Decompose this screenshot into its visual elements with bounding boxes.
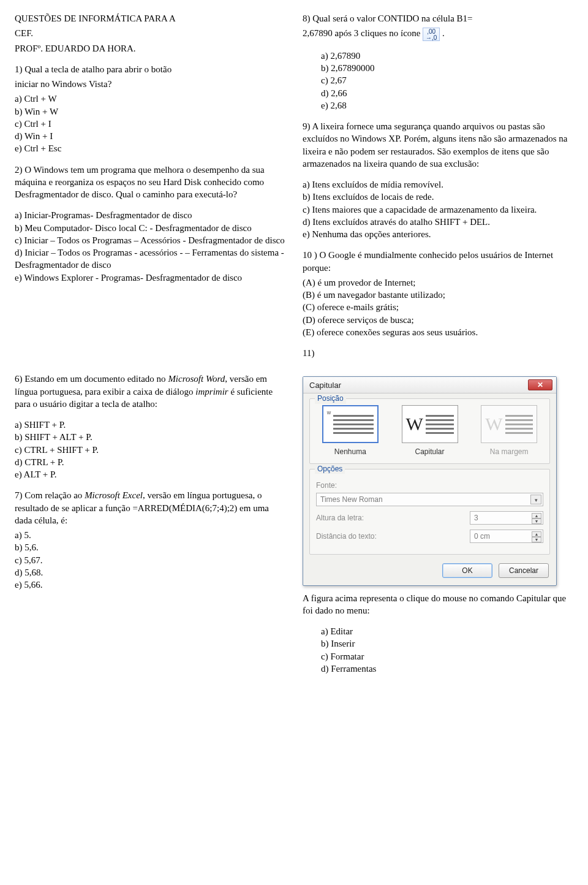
icon-bot-text: →,0	[426, 34, 437, 41]
q1-e: e) Ctrl + Esc	[15, 142, 285, 154]
doc-title-l2: CEF.	[15, 27, 285, 39]
q10-d: (D) oferece serviços de busca;	[303, 314, 573, 326]
doc-title-l1: QUESTÕES DE INFORMÁTICA PARA A	[15, 12, 285, 25]
pos-cap-label: Capitular	[396, 447, 464, 457]
spin-down-icon[interactable]: ▼	[532, 518, 541, 524]
q11-b: b) Inserir	[321, 637, 573, 650]
q7-d: d) 5,68.	[15, 566, 285, 579]
q6-stem-i1: Microsoft Word	[168, 374, 225, 384]
q8-stem-l1: 8) Qual será o valor CONTIDO na célula B…	[303, 12, 573, 25]
q8-stem-l2b: .	[442, 28, 445, 38]
q11-after-text: A figura acima representa o clique do mo…	[303, 592, 573, 617]
q6-stem: 6) Estando em um documento editado no Mi…	[15, 373, 285, 410]
q9-d: d) Itens excluídos através do atalho SHI…	[303, 216, 573, 228]
font-value: Times New Roman	[320, 495, 383, 504]
q9-c: c) Itens maiores que a capacidade de arm…	[303, 203, 573, 216]
increase-decimal-icon: ,00 →,0	[423, 28, 440, 41]
q8-b: b) 2,67890000	[321, 62, 573, 74]
capitular-w-icon: W	[406, 415, 423, 433]
dialog-titlebar: Capitular ✕	[303, 377, 556, 393]
q6-b: b) SHIFT + ALT + P.	[15, 431, 285, 443]
q7-e: e) 5,66.	[15, 579, 285, 591]
q8-e: e) 2,68	[321, 99, 573, 112]
pos-option-capitular[interactable]: W Capitular	[396, 405, 464, 457]
height-label: Altura da letra:	[316, 513, 470, 523]
q2-d: d) Iniciar – Todos os Programas - acessó…	[15, 246, 285, 272]
distance-label: Distância do texto:	[316, 531, 470, 541]
font-label: Fonte:	[316, 480, 543, 490]
q1-stem-l1: 1) Qual a tecla de atalho para abrir o b…	[15, 63, 285, 75]
q1-b: b) Win + W	[15, 105, 285, 118]
pos-option-margin[interactable]: W Na margem	[475, 405, 543, 457]
q8-c: c) 2,67	[321, 74, 573, 86]
dialog-title: Capitular	[309, 380, 341, 391]
q6-stem-i2: imprimir	[195, 387, 228, 397]
q6-c: c) CTRL + SHIFT + P.	[15, 444, 285, 456]
q9-e: e) Nenhuma das opções anteriores.	[303, 228, 573, 240]
q8-stem-l2: 2,67890 após 3 cliques no ícone ,00 →,0 …	[303, 27, 573, 41]
cancel-button[interactable]: Cancelar	[499, 563, 549, 578]
q6-stem-a: 6) Estando em um documento editado no	[15, 374, 168, 384]
q2-b: b) Meu Computador- Disco local C: - Desf…	[15, 222, 285, 234]
q2-stem: 2) O Windows tem um programa que melhora…	[15, 164, 285, 201]
margin-w-icon: W	[485, 415, 502, 433]
group-opcoes-label: Opções	[315, 464, 345, 474]
q1-a: a) Ctrl + W	[15, 93, 285, 105]
pos-none-label: Nenhuma	[316, 447, 385, 457]
distance-value: 0 cm	[474, 531, 490, 541]
q2-a: a) Iniciar-Programas- Desfragmentador de…	[15, 209, 285, 221]
font-select[interactable]: Times New Roman ▾	[316, 493, 543, 506]
spin-up-icon[interactable]: ▲	[532, 531, 541, 537]
q6-options: a) SHIFT + P. b) SHIFT + ALT + P. c) CTR…	[15, 419, 285, 480]
q10-options: (A) é um provedor de Internet; (B) é um …	[303, 276, 573, 338]
q1-stem-l2: iniciar no Windows Vista?	[15, 78, 285, 90]
q11-options: a) Editar b) Inserir c) Formatar d) Ferr…	[303, 625, 573, 675]
q1-c: c) Ctrl + I	[15, 118, 285, 130]
close-icon[interactable]: ✕	[528, 379, 552, 390]
chevron-down-icon[interactable]: ▾	[530, 495, 541, 504]
q8-stem-l2a: 2,67890 após 3 cliques no ícone	[303, 28, 423, 38]
height-stepper[interactable]: 3 ▲▼	[470, 511, 543, 525]
ok-button[interactable]: OK	[442, 563, 492, 578]
q6-a: a) SHIFT + P.	[15, 419, 285, 431]
q7-c: c) 5,67.	[15, 554, 285, 566]
q8-options: a) 2,67890 b) 2,67890000 c) 2,67 d) 2,66…	[303, 50, 573, 112]
q1-d: d) Win + I	[15, 130, 285, 142]
q7-stem-a: 7) Com relação ao	[15, 490, 85, 500]
group-posicao: Posição w Nenhuma W Capi	[309, 398, 550, 463]
q2-c: c) Iniciar – Todos os Programas – Acessó…	[15, 234, 285, 246]
q10-c: (C) oferece e-mails grátis;	[303, 301, 573, 313]
q1-options: a) Ctrl + W b) Win + W c) Ctrl + I d) Wi…	[15, 93, 285, 154]
q9-b: b) Itens excluídos de locais de rede.	[303, 191, 573, 203]
distance-stepper[interactable]: 0 cm ▲▼	[470, 530, 543, 543]
q9-options: a) Itens excluídos de mídia removível. b…	[303, 178, 573, 240]
q11-c: c) Formatar	[321, 650, 573, 663]
height-value: 3	[474, 513, 478, 523]
q7-b: b) 5,6.	[15, 541, 285, 553]
w-char-icon: w	[327, 409, 331, 416]
group-posicao-label: Posição	[315, 393, 346, 403]
q2-e: e) Windows Explorer - Programas- Desfrag…	[15, 272, 285, 284]
capitular-dialog: Capitular ✕ Posição w Nenhuma W	[303, 376, 557, 585]
q7-options: a) 5. b) 5,6. c) 5,67. d) 5,68. e) 5,66.	[15, 529, 285, 591]
q11-d: d) Ferramentas	[321, 663, 573, 675]
q9-a: a) Itens excluídos de mídia removível.	[303, 178, 573, 191]
q8-a: a) 2,67890	[321, 50, 573, 62]
group-opcoes: Opções Fonte: Times New Roman ▾ Altura d…	[309, 469, 550, 555]
q11-label: 11)	[303, 347, 573, 359]
doc-title-l3: PROFº. EDUARDO DA HORA.	[15, 42, 285, 55]
q11-a: a) Editar	[321, 625, 573, 637]
spin-up-icon[interactable]: ▲	[532, 513, 541, 518]
q10-b: (B) é um navegador bastante utilizado;	[303, 289, 573, 301]
q10-e: (E) oferece conexões seguras aos seus us…	[303, 326, 573, 338]
q2-options: a) Iniciar-Programas- Desfragmentador de…	[15, 209, 285, 284]
q6-e: e) ALT + P.	[15, 468, 285, 480]
q9-stem: 9) A lixeira fornece uma segurança quand…	[303, 120, 573, 170]
q10-stem: 10 ) O Google é mundialmente conhecido p…	[303, 249, 573, 274]
pos-margin-label: Na margem	[475, 447, 543, 457]
q8-d: d) 2,66	[321, 87, 573, 99]
spin-down-icon[interactable]: ▼	[532, 537, 541, 542]
q7-stem-i: Microsoft Excel	[85, 490, 143, 500]
q10-a: (A) é um provedor de Internet;	[303, 276, 573, 289]
pos-option-none[interactable]: w Nenhuma	[316, 405, 385, 457]
